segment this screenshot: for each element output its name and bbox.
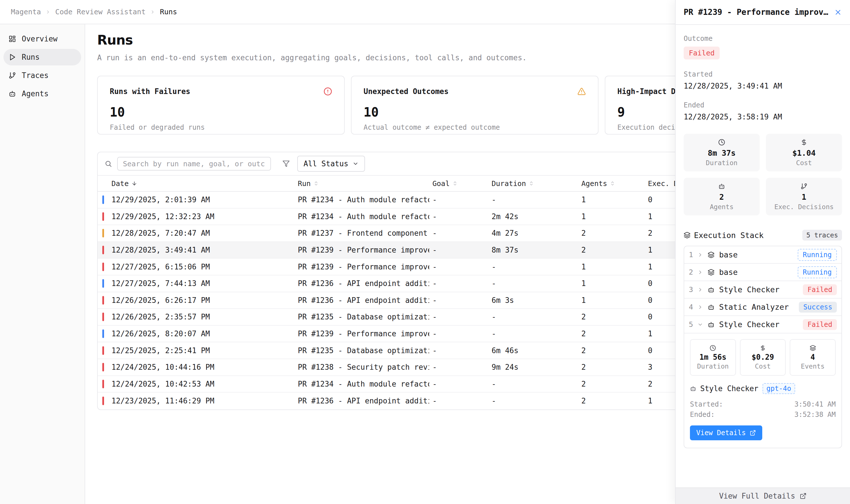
layers-icon xyxy=(684,232,691,238)
chevron-right-icon xyxy=(150,10,155,15)
trace-started-label: Started: xyxy=(690,400,723,408)
chevron-right-icon xyxy=(46,10,51,15)
run-agents-count: 2 xyxy=(581,329,648,338)
run-date: 12/27/2025, 7:44:13 AM xyxy=(111,279,210,288)
alert-triangle-icon xyxy=(577,87,586,96)
run-date: 12/26/2025, 2:35:57 PM xyxy=(111,312,210,321)
stat-caption: Actual outcome ≠ expected outcome xyxy=(364,123,586,131)
run-status-bar xyxy=(102,312,104,321)
run-name: PR #1238 - Security patch review xyxy=(298,363,429,372)
panel-metrics: 8m 37s Duration $1.04 Cost 2 Agents 1 Ex… xyxy=(684,134,842,215)
sidebar-item-overview[interactable]: Overview xyxy=(3,31,81,47)
run-name: PR #1234 - Auth module refactor xyxy=(298,380,429,388)
sidebar-item-agents[interactable]: Agents xyxy=(3,86,81,102)
dollar-icon xyxy=(800,139,808,146)
stat-caption: Failed or degraded runs xyxy=(110,123,332,131)
ended-label: Ended xyxy=(684,101,842,109)
stat-card-unexpected-outcomes: Unexpected Outcomes 10 Actual outcome ≠ … xyxy=(351,76,599,134)
run-goal: - xyxy=(432,195,492,204)
run-status-bar xyxy=(102,397,104,405)
run-duration: 9m 24s xyxy=(492,363,581,372)
run-goal: - xyxy=(432,346,492,355)
metric-agents: 2 Agents xyxy=(684,178,760,215)
chevron-right-icon xyxy=(697,287,703,292)
stack-item-5[interactable]: 5 Style Checker Failed xyxy=(684,316,842,334)
trace-detail-expanded: 1m 56s Duration $0.29 Cost 4 Events xyxy=(684,334,842,448)
sort-icon xyxy=(529,181,534,186)
sort-icon xyxy=(453,181,458,186)
run-agents-count: 2 xyxy=(581,229,648,237)
stack-item-1[interactable]: 1 base Running xyxy=(684,246,842,264)
run-name: PR #1234 - Auth module refactor xyxy=(298,212,429,221)
run-agents-count: 2 xyxy=(581,346,648,355)
date-cell: 12/23/2025, 11:46:29 PM xyxy=(98,397,298,405)
model-badge: gpt-4o xyxy=(763,383,795,394)
metric-duration: 8m 37s Duration xyxy=(684,134,760,172)
run-duration: - xyxy=(492,279,581,288)
run-name: PR #1237 - Frontend component u… xyxy=(298,229,429,237)
sidebar-item-runs[interactable]: Runs xyxy=(3,49,81,66)
search-icon xyxy=(105,160,112,167)
run-date: 12/28/2025, 3:49:41 AM xyxy=(111,246,210,254)
run-duration: 8m 37s xyxy=(492,246,581,254)
run-date: 12/26/2025, 8:20:07 AM xyxy=(111,329,210,338)
run-goal: - xyxy=(432,397,492,405)
status-filter-select[interactable]: All Status xyxy=(297,156,365,172)
run-name: PR #1234 - Auth module refactor xyxy=(298,195,429,204)
git-branch-icon xyxy=(8,72,16,79)
chevron-down-icon xyxy=(697,322,703,327)
date-cell: 12/28/2025, 3:49:41 AM xyxy=(98,246,298,254)
run-date: 12/28/2025, 7:20:47 AM xyxy=(111,229,210,237)
run-agents-count: 2 xyxy=(581,312,648,321)
breadcrumb-item-project[interactable]: Code Review Assistant xyxy=(55,8,145,16)
close-icon[interactable] xyxy=(834,8,842,16)
run-goal: - xyxy=(432,329,492,338)
run-status-bar xyxy=(102,263,104,271)
dashboard-icon xyxy=(8,35,16,42)
metric-exec-decisions: 1 Exec. Decisions xyxy=(766,178,842,215)
sidebar-item-label: Runs xyxy=(22,53,40,61)
breadcrumb-item-org[interactable]: Magenta xyxy=(11,8,41,16)
sidebar: Overview Runs Traces Agents xyxy=(0,24,85,504)
run-status-bar xyxy=(102,212,104,221)
bot-icon xyxy=(708,286,714,293)
date-cell: 12/27/2025, 6:15:06 PM xyxy=(98,263,298,271)
git-branch-icon xyxy=(800,183,808,190)
run-status-bar xyxy=(102,296,104,305)
date-cell: 12/28/2025, 7:20:47 AM xyxy=(98,229,298,237)
run-duration: - xyxy=(492,312,581,321)
stack-item-4[interactable]: 4 Static Analyzer Success xyxy=(684,299,842,316)
trace-name: Static Analyzer xyxy=(719,303,799,311)
trace-status-badge: Running xyxy=(798,249,837,261)
column-header-goal[interactable]: Goal xyxy=(432,179,492,188)
search-input[interactable] xyxy=(117,157,271,170)
started-label: Started xyxy=(684,70,842,78)
column-header-agents[interactable]: Agents xyxy=(581,179,648,188)
view-details-button[interactable]: View Details xyxy=(690,426,762,440)
metric-cost: $1.04 Cost xyxy=(766,134,842,172)
run-status-bar xyxy=(102,380,104,388)
bot-icon xyxy=(690,385,696,392)
sidebar-item-traces[interactable]: Traces xyxy=(3,67,81,84)
date-cell: 12/25/2025, 2:25:41 PM xyxy=(98,346,298,355)
trace-status-badge: Running xyxy=(798,266,837,278)
stack-item-2[interactable]: 2 base Running xyxy=(684,264,842,281)
stack-item-3[interactable]: 3 Style Checker Failed xyxy=(684,281,842,299)
outcome-label: Outcome xyxy=(684,35,842,42)
run-agents-count: 2 xyxy=(581,397,648,405)
execution-stack-title: Execution Stack xyxy=(694,231,764,240)
view-full-details-button[interactable]: View Full Details xyxy=(676,487,850,504)
column-header-date[interactable]: Date xyxy=(98,179,298,188)
traces-count-badge: 5 traces xyxy=(802,230,842,240)
run-duration: - xyxy=(492,380,581,388)
run-duration: 6m 3s xyxy=(492,296,581,305)
run-date: 12/29/2025, 12:32:23 AM xyxy=(111,212,214,221)
trace-name: base xyxy=(719,250,798,259)
run-goal: - xyxy=(432,246,492,254)
run-name: PR #1236 - API endpoint additio… xyxy=(298,279,429,288)
column-header-duration[interactable]: Duration xyxy=(492,179,581,188)
run-status-bar xyxy=(102,279,104,288)
chevron-right-icon xyxy=(697,304,703,310)
column-header-run[interactable]: Run xyxy=(298,179,432,188)
run-name: PR #1239 - Performance improvem… xyxy=(298,246,429,254)
